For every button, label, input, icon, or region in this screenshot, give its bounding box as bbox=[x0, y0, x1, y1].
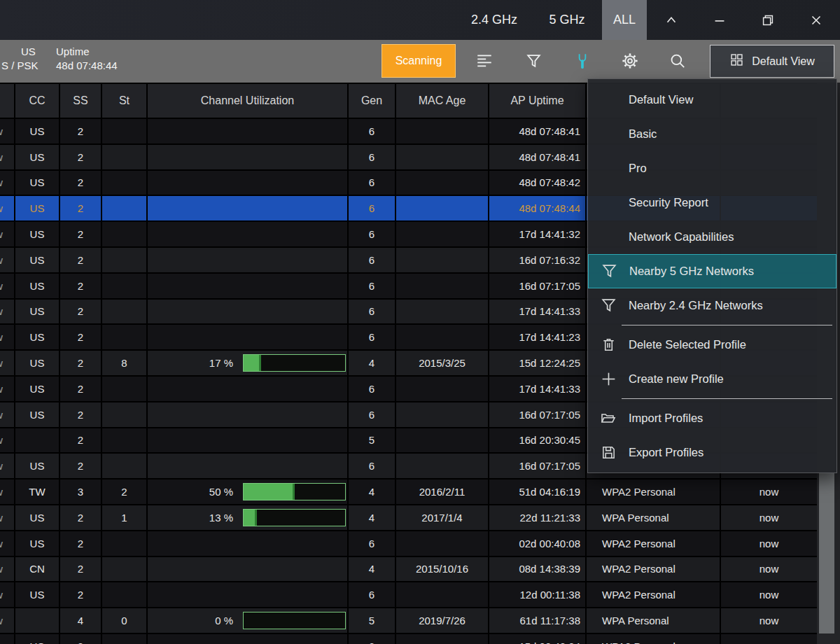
menu-item-network-capabilities[interactable]: Network Capabilities bbox=[588, 220, 836, 254]
cell-st bbox=[102, 119, 148, 144]
col-header-lastseen-clipped[interactable] bbox=[0, 84, 15, 118]
cell-mac-age bbox=[396, 300, 489, 324]
menu-item-basic[interactable]: Basic bbox=[588, 117, 836, 151]
cell-mac-age bbox=[396, 222, 489, 246]
cell-last-seen: now bbox=[721, 505, 817, 530]
cell-gen: 6 bbox=[349, 582, 396, 607]
wrench-icon[interactable] bbox=[567, 46, 598, 76]
menu-item-import-profiles[interactable]: Import Profiles bbox=[588, 401, 836, 435]
menu-item-delete-selected-profile[interactable]: Delete Selected Profile bbox=[588, 328, 836, 362]
cell-mac-age: 2017/1/4 bbox=[396, 505, 489, 530]
scrollbar-thumb[interactable] bbox=[819, 473, 834, 634]
cell-gen: 6 bbox=[349, 325, 396, 349]
cell-ap-uptime: 48d 07:48:41 bbox=[489, 145, 587, 169]
table-row[interactable]: w400 % 52019/7/2661d 11:17:38WPA Persona… bbox=[0, 608, 817, 634]
cell-cc: US bbox=[15, 582, 60, 607]
trash-icon bbox=[597, 337, 620, 353]
selected-network-security-info: US S / PSK bbox=[1, 45, 38, 73]
chevron-up-icon[interactable] bbox=[647, 0, 695, 40]
table-row[interactable]: wUS2113 % 42017/1/422d 11:21:33WPA Perso… bbox=[0, 505, 817, 531]
utilization-percent: 17 % bbox=[148, 357, 233, 369]
cell-gen: 5 bbox=[349, 608, 396, 633]
close-icon[interactable] bbox=[792, 0, 840, 40]
cell-mac-age bbox=[396, 454, 489, 478]
cell-security: WPA Personal bbox=[587, 608, 721, 633]
cell-ap-uptime: 02d 00:40:08 bbox=[489, 531, 587, 556]
view-selector-button[interactable]: Default View bbox=[710, 45, 834, 78]
filter-icon bbox=[598, 262, 620, 280]
cell-st bbox=[102, 582, 148, 607]
col-header-cc[interactable]: CC bbox=[15, 84, 60, 118]
cell-last-seen-clipped: w bbox=[0, 196, 15, 220]
menu-item-label: Network Capabilities bbox=[629, 230, 734, 244]
col-header-ss[interactable]: SS bbox=[60, 84, 102, 118]
table-row[interactable]: wTW3250 % 42016/2/1151d 04:16:19WPA2 Per… bbox=[0, 479, 817, 505]
cell-mac-age bbox=[396, 582, 489, 607]
table-row[interactable]: wCN242015/10/1608d 14:38:39WPA2 Personal… bbox=[0, 557, 817, 583]
table-row[interactable]: wUS2615d 00:43:34WPA2 Personal bbox=[0, 634, 817, 644]
cell-ss: 2 bbox=[60, 454, 102, 478]
menu-item-label: Default View bbox=[629, 93, 693, 106]
cell-channel-utilization bbox=[148, 531, 349, 556]
cell-mac-age bbox=[396, 325, 489, 349]
band-tab-5ghz[interactable]: 5 GHz bbox=[532, 0, 602, 40]
utilization-percent: 0 % bbox=[148, 615, 233, 626]
utilization-bar bbox=[243, 509, 346, 526]
restore-icon[interactable] bbox=[743, 0, 792, 40]
cell-cc: US bbox=[15, 454, 60, 478]
gear-icon[interactable] bbox=[615, 46, 645, 76]
cell-ss: 2 bbox=[60, 531, 102, 556]
scanning-button[interactable]: Scanning bbox=[382, 44, 456, 78]
col-header-channel-utilization[interactable]: Channel Utilization bbox=[148, 84, 349, 118]
menu-item-nearby-5-ghz-networks[interactable]: Nearby 5 GHz Networks bbox=[588, 254, 836, 288]
menu-item-security-report[interactable]: Security Report bbox=[588, 186, 836, 220]
cell-ap-uptime: 17d 14:41:32 bbox=[489, 222, 587, 246]
cell-channel-utilization bbox=[148, 634, 349, 644]
cell-channel-utilization bbox=[148, 402, 349, 427]
band-tab-all[interactable]: ALL bbox=[602, 0, 647, 40]
utilization-bar bbox=[243, 612, 346, 629]
cell-last-seen-clipped: w bbox=[0, 222, 15, 246]
cell-ss: 2 bbox=[60, 196, 102, 220]
cell-security: WPA Personal bbox=[587, 505, 721, 530]
menu-item-nearby-2-4-ghz-networks[interactable]: Nearby 2.4 GHz Networks bbox=[588, 288, 836, 323]
cell-security: WPA2 Personal bbox=[587, 634, 721, 644]
cell-ap-uptime: 61d 11:17:38 bbox=[489, 608, 587, 633]
cell-st bbox=[102, 145, 148, 169]
table-row[interactable]: wUS2602d 00:40:08WPA2 Personalnow bbox=[0, 531, 817, 557]
cell-cc: US bbox=[15, 402, 60, 427]
cell-gen: 6 bbox=[349, 222, 396, 246]
band-tab-2-4ghz[interactable]: 2.4 GHz bbox=[456, 0, 532, 40]
search-icon[interactable] bbox=[662, 46, 693, 76]
cell-ap-uptime: 17d 14:41:33 bbox=[489, 300, 587, 324]
cell-last-seen-clipped: w bbox=[0, 274, 15, 298]
menu-item-export-profiles[interactable]: Export Profiles bbox=[588, 435, 836, 470]
menu-item-pro[interactable]: Pro bbox=[588, 151, 836, 186]
minimize-icon[interactable] bbox=[695, 0, 743, 40]
cell-mac-age bbox=[396, 634, 489, 644]
col-header-mac-age[interactable]: MAC Age bbox=[396, 84, 489, 118]
utilization-percent: 50 % bbox=[148, 486, 233, 498]
menu-separator bbox=[622, 325, 832, 326]
cell-ss: 2 bbox=[60, 222, 102, 246]
cell-ss: 2 bbox=[60, 557, 102, 582]
col-header-st[interactable]: St bbox=[102, 84, 148, 118]
cell-ss: 2 bbox=[60, 274, 102, 298]
col-header-gen[interactable]: Gen bbox=[349, 84, 396, 118]
toolbar: US S / PSK Uptime 48d 07:48:44 Scanning … bbox=[0, 40, 840, 83]
cell-last-seen-clipped: w bbox=[0, 454, 15, 478]
filter-icon[interactable] bbox=[518, 46, 549, 76]
cell-ss: 2 bbox=[60, 428, 102, 453]
cell-security: WPA2 Personal bbox=[587, 582, 721, 607]
cell-cc: US bbox=[15, 119, 60, 144]
cell-ss: 3 bbox=[60, 479, 102, 504]
cell-gen: 6 bbox=[349, 300, 396, 324]
cell-ss: 2 bbox=[60, 171, 102, 195]
table-row[interactable]: wUS2612d 00:11:38WPA2 Personalnow bbox=[0, 582, 817, 608]
cell-st: 1 bbox=[102, 505, 148, 530]
menu-item-default-view[interactable]: Default View bbox=[588, 83, 836, 117]
cell-st bbox=[102, 557, 148, 582]
align-left-icon[interactable] bbox=[469, 46, 500, 76]
menu-item-create-new-profile[interactable]: Create new Profile bbox=[588, 362, 836, 396]
col-header-ap-uptime[interactable]: AP Uptime bbox=[489, 84, 587, 118]
